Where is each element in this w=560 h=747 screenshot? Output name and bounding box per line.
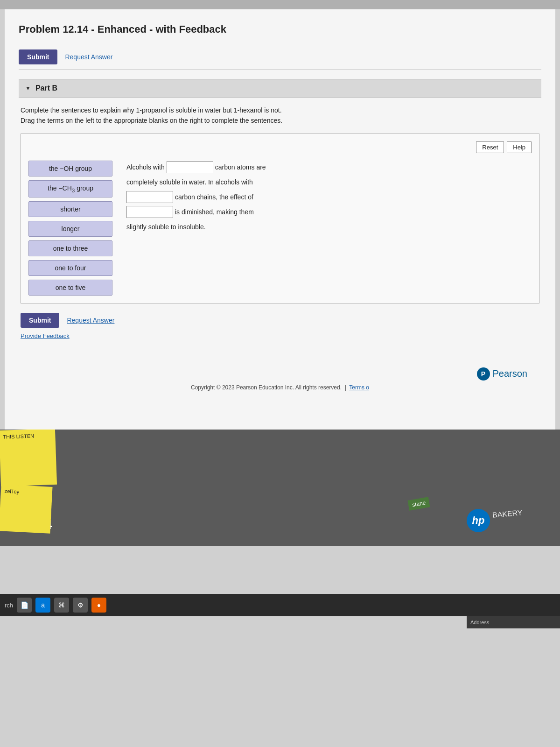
drop-box-3[interactable] bbox=[126, 206, 173, 218]
drag-term-one-four[interactable]: one to four bbox=[28, 260, 112, 276]
sticky-note-2: zelToy bbox=[0, 484, 53, 534]
page-background: Problem 12.14 - Enhanced - with Feedback… bbox=[0, 0, 560, 747]
pearson-circle-icon: P bbox=[477, 367, 490, 381]
address-label: Address bbox=[470, 620, 489, 625]
sentence-line-5: slightly soluble to insoluble. bbox=[126, 220, 532, 233]
footer-area: P Pearson Copyright © 2023 Pearson Educa… bbox=[19, 358, 541, 397]
instructions-area: Complete the sentences to explain why 1-… bbox=[19, 105, 541, 126]
reset-button[interactable]: Reset bbox=[476, 141, 504, 153]
bakery-text: BAKERY bbox=[492, 508, 523, 520]
stane-label: stane bbox=[407, 497, 430, 511]
help-button[interactable]: Help bbox=[507, 141, 532, 153]
sentence-line-4: is diminished, making them bbox=[126, 205, 532, 218]
taskbar-icon-2[interactable]: a bbox=[35, 598, 50, 613]
reset-help-row: Reset Help bbox=[28, 141, 532, 153]
main-content: Problem 12.14 - Enhanced - with Feedback… bbox=[5, 9, 555, 430]
sentence2-pre: carbon chains, the effect of bbox=[175, 190, 253, 204]
drag-term-ch3[interactable]: the −CH3 group bbox=[28, 180, 112, 197]
drag-term-longer[interactable]: longer bbox=[28, 221, 112, 237]
top-submit-row: Submit Request Answer bbox=[19, 45, 541, 70]
instructions-line2: Drag the terms on the left to the approp… bbox=[21, 115, 539, 126]
problem-title: Problem 12.14 - Enhanced - with Feedback bbox=[19, 19, 541, 35]
terms-link[interactable]: Terms o bbox=[349, 384, 369, 391]
taskbar-icon-3[interactable]: ⌘ bbox=[54, 598, 69, 613]
instructions-line1: Complete the sentences to explain why 1-… bbox=[21, 105, 539, 115]
part-b-label: Part B bbox=[35, 84, 57, 92]
taskbar: rch 📄 a ⌘ ⚙ ● Address bbox=[0, 594, 560, 616]
drag-terms-list: the −OH group the −CH3 group shorter lon… bbox=[28, 161, 112, 296]
bottom-request-answer-link[interactable]: Request Answer bbox=[67, 317, 114, 324]
top-request-answer-link[interactable]: Request Answer bbox=[65, 53, 112, 61]
bottom-submit-button[interactable]: Submit bbox=[21, 313, 59, 328]
address-bar: Address bbox=[467, 616, 560, 628]
drop-box-2[interactable] bbox=[126, 191, 173, 203]
hp-logo: hp bbox=[467, 509, 490, 532]
sentences-area: Alcohols with carbon atoms are completel… bbox=[126, 161, 532, 235]
drag-term-one-five[interactable]: one to five bbox=[28, 280, 112, 296]
sentence3-pre: is diminished, making them bbox=[175, 205, 254, 218]
taskbar-icon-4[interactable]: ⚙ bbox=[73, 598, 88, 613]
drag-area: the −OH group the −CH3 group shorter lon… bbox=[28, 161, 532, 296]
sentence-line-1: Alcohols with carbon atoms are bbox=[126, 161, 532, 174]
sentence1-pre: Alcohols with bbox=[126, 161, 165, 174]
drag-drop-box: Reset Help the −OH group the −CH3 group … bbox=[21, 134, 539, 303]
taskbar-icon-1[interactable]: 📄 bbox=[17, 598, 32, 613]
sentence1-mid: carbon atoms are bbox=[215, 161, 266, 174]
bottom-submit-row: Submit Request Answer bbox=[21, 313, 539, 328]
taskbar-browser-icon[interactable]: ● bbox=[91, 598, 106, 613]
drag-term-oh[interactable]: the −OH group bbox=[28, 161, 112, 176]
top-bar bbox=[0, 0, 560, 9]
triangle-icon: ▼ bbox=[25, 85, 31, 92]
top-submit-button[interactable]: Submit bbox=[19, 49, 57, 64]
pearson-text: Pearson bbox=[493, 368, 528, 379]
drag-term-one-three[interactable]: one to three bbox=[28, 240, 112, 256]
sentence1-post: completely soluble in water. In alcohols… bbox=[126, 176, 253, 189]
desktop-area: 27 6354 hp stane BAKERY THIS LISTEN zelT… bbox=[0, 430, 560, 546]
drop-box-1[interactable] bbox=[167, 161, 213, 173]
sentence-line-3: carbon chains, the effect of bbox=[126, 190, 532, 204]
copyright-text: Copyright © 2023 Pearson Education Inc. … bbox=[23, 384, 537, 391]
sentence3-post: slightly soluble to insoluble. bbox=[126, 220, 206, 233]
sticky-note-1: THIS LISTEN bbox=[0, 430, 57, 486]
pearson-logo: P Pearson bbox=[23, 367, 537, 381]
provide-feedback-link[interactable]: Provide Feedback bbox=[21, 332, 539, 339]
sentence-line-2: completely soluble in water. In alcohols… bbox=[126, 176, 532, 189]
drag-term-shorter[interactable]: shorter bbox=[28, 201, 112, 217]
part-b-header: ▼ Part B bbox=[19, 79, 541, 98]
taskbar-search-label: rch bbox=[5, 602, 13, 609]
